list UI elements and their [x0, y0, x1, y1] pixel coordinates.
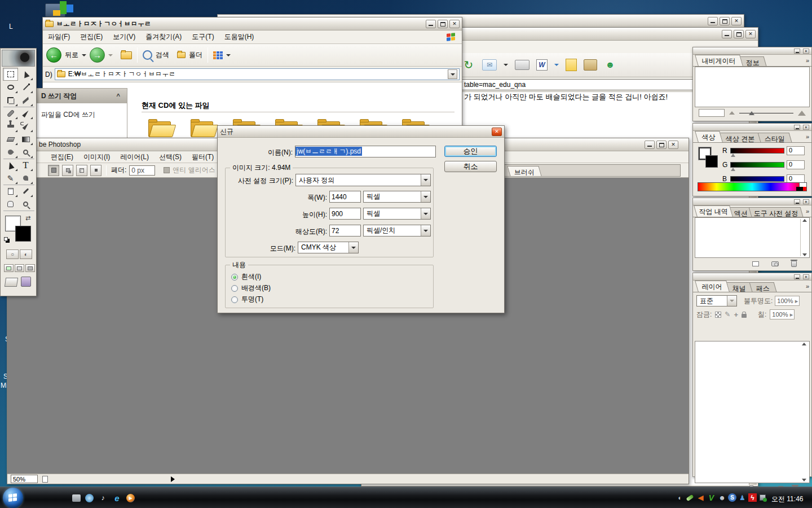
research-icon[interactable] [584, 59, 597, 71]
panel-titlebar[interactable]: ✕ [693, 198, 811, 205]
tray-pill-icon[interactable] [685, 493, 695, 502]
close-button[interactable]: ✕ [668, 141, 678, 149]
standard-mode-button[interactable]: ○ [6, 249, 19, 259]
opacity-field[interactable]: 100%▸ [775, 296, 800, 306]
show-desktop-icon[interactable] [72, 494, 81, 502]
width-unit-select[interactable]: 픽셀 [363, 191, 431, 203]
layers-list[interactable] [695, 341, 810, 483]
swap-colors-icon[interactable]: ⇄ [25, 214, 30, 222]
lasso-tool[interactable] [3, 81, 18, 94]
menu-edit[interactable]: 편집(E) [46, 151, 78, 164]
mode-select[interactable]: CMYK 색상 [298, 242, 359, 253]
preset-select[interactable]: 사용자 정의 [295, 174, 431, 186]
menu-edit[interactable]: 편집(E) [75, 30, 108, 43]
media-note-icon[interactable]: ♪ [98, 493, 108, 503]
clock[interactable]: 오전 11:46 [771, 494, 803, 504]
tray-volume-icon[interactable]: ◖ [674, 493, 684, 502]
minimize-icon[interactable] [794, 49, 800, 54]
refresh-icon[interactable]: ↻ [462, 58, 475, 72]
feather-input[interactable] [129, 165, 155, 176]
red-value[interactable]: 0 [787, 146, 805, 155]
red-slider[interactable] [730, 148, 784, 154]
close-button[interactable]: ✕ [731, 17, 742, 25]
layers-scrollbar[interactable] [800, 343, 808, 481]
imageready-icon[interactable] [21, 277, 31, 287]
new-snapshot-icon[interactable] [771, 261, 779, 266]
tab-paths[interactable]: 패스 [749, 282, 777, 292]
menu-view[interactable]: 보기(V) [108, 30, 140, 43]
maximize-button[interactable] [438, 20, 448, 28]
address-dropdown-icon[interactable] [448, 69, 457, 79]
menu-favorites[interactable]: 즐겨찾기(A) [140, 30, 187, 43]
tab-navigator[interactable]: 내비게이터 [695, 55, 743, 66]
notes-tool[interactable] [3, 185, 18, 198]
resolution-unit-select[interactable]: 픽셀/인치 [363, 225, 431, 237]
zoom-slider-thumb[interactable] [749, 111, 754, 115]
maximize-button[interactable] [656, 141, 667, 149]
zoom-slider[interactable] [739, 113, 793, 113]
menu-tools[interactable]: 도구(T) [187, 30, 219, 43]
status-expand-icon[interactable] [171, 476, 175, 482]
tray-v3-icon[interactable]: V [707, 493, 716, 502]
selection-new-icon[interactable] [48, 165, 59, 176]
path-select-tool[interactable] [3, 159, 18, 172]
lock-paint-icon[interactable]: ✎ [725, 310, 730, 318]
radio-background-row[interactable]: 배경색(B) [231, 283, 271, 293]
dialog-titlebar[interactable]: 신규 ✕ [218, 126, 504, 138]
selection-intersect-icon[interactable] [90, 165, 102, 176]
brush-tool[interactable] [18, 107, 33, 120]
background-swatch[interactable] [705, 155, 718, 168]
radio-white[interactable] [231, 274, 238, 281]
search-icon[interactable] [143, 50, 152, 60]
spectrum-white-chip[interactable] [799, 183, 806, 187]
tray-sound-icon[interactable]: ◀ [696, 493, 705, 502]
zoom-level-input[interactable] [11, 475, 38, 483]
document-info-icon[interactable] [42, 476, 48, 483]
height-input[interactable] [329, 208, 361, 220]
menu-file[interactable]: 파일(F) [43, 30, 75, 43]
move-tool[interactable] [18, 68, 33, 81]
minimize-icon[interactable] [794, 199, 800, 204]
pen-tool[interactable]: ✎ [3, 172, 18, 185]
zoom-percent-field[interactable] [699, 109, 725, 117]
default-colors-icon[interactable] [4, 237, 8, 241]
panel-titlebar[interactable]: ✕ [693, 273, 811, 281]
new-document-from-state-icon[interactable] [752, 261, 759, 266]
blend-mode-select[interactable]: 표준 [696, 295, 737, 306]
screen-mode-full-button[interactable] [25, 264, 35, 272]
healing-brush-tool[interactable] [3, 107, 18, 120]
lock-all-icon[interactable] [742, 314, 747, 318]
ie-icon[interactable]: e [112, 493, 122, 503]
panel-menu-icon[interactable]: » [806, 133, 809, 140]
clone-stamp-tool[interactable] [3, 120, 18, 133]
tray-user-icon[interactable]: ♟ [738, 493, 747, 502]
desktop-logo-icon[interactable] [60, 1, 67, 14]
resolution-input[interactable] [329, 225, 361, 237]
back-label[interactable]: 뒤로 [65, 50, 78, 60]
messenger-icon[interactable]: ☻ [604, 59, 616, 71]
tab-tool-presets[interactable]: 도구 사전 설정 [749, 207, 804, 217]
green-slider[interactable] [730, 162, 784, 168]
lock-move-icon[interactable]: + [734, 310, 738, 319]
hand-tool[interactable] [3, 198, 18, 211]
background-color-swatch[interactable] [15, 226, 31, 242]
tray-s-icon[interactable]: S [728, 493, 736, 502]
maximize-button[interactable] [720, 17, 730, 25]
minimize-icon[interactable] [794, 125, 800, 130]
gradient-tool[interactable] [18, 133, 33, 146]
tab-history[interactable]: 작업 내역 [694, 205, 733, 217]
quick-mask-button[interactable]: ◐ [20, 249, 32, 259]
collapse-chevron-icon[interactable]: ^ [117, 93, 120, 99]
close-icon[interactable]: ✕ [803, 199, 809, 204]
blue-slider[interactable] [730, 176, 784, 182]
address-input[interactable]: E:₩ㅂㅗㄹㅏㅁㅈㅏㄱㅇㅓㅂㅁㅜㄹ [55, 68, 460, 80]
screen-mode-standard-button[interactable] [4, 264, 14, 272]
history-list[interactable] [695, 217, 810, 258]
eraser-tool[interactable] [3, 133, 18, 146]
ie-address-input[interactable]: table=mac_edu_qna [462, 79, 696, 90]
edit-dropdown-icon[interactable] [554, 64, 559, 66]
selection-add-icon[interactable] [62, 165, 73, 176]
fill-field[interactable]: 100%▸ [770, 309, 795, 319]
close-icon[interactable]: ✕ [803, 49, 809, 54]
menu-layer[interactable]: 레이어(L) [115, 151, 154, 164]
